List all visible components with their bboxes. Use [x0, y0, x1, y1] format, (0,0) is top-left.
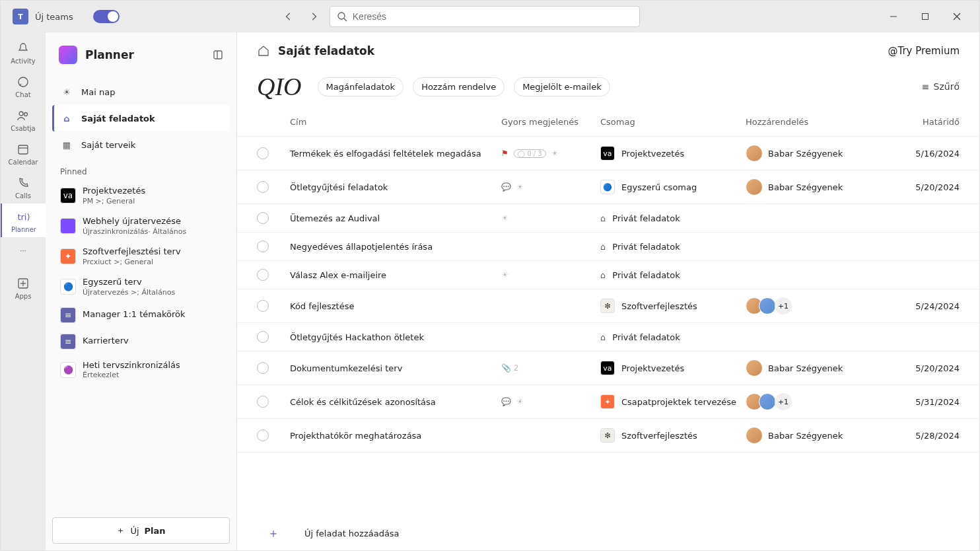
task-row[interactable]: Célok és célkitűzések azonosítása 💬☀ ✦Cs…: [237, 385, 979, 419]
task-assignees[interactable]: +1: [746, 393, 911, 410]
task-title: Ötletgyűjtési feladatok: [290, 182, 501, 192]
complete-checkbox[interactable]: [257, 212, 269, 224]
complete-checkbox[interactable]: [257, 396, 269, 408]
maximize-button[interactable]: [911, 6, 940, 27]
rail-calls[interactable]: Calls: [1, 170, 46, 203]
plan-title: Szoftverfejlesztési terv: [83, 246, 181, 258]
tab-private[interactable]: Magánfeladatok: [318, 77, 404, 96]
task-row[interactable]: Ütemezés az Audival ☀ ⌂Privát feladatok: [237, 204, 979, 233]
sun-icon: ☀: [516, 182, 524, 192]
planner-text-icon: tri): [16, 209, 32, 225]
task-title: Kód fejlesztése: [290, 301, 501, 311]
plan-icon: [60, 218, 76, 234]
task-package[interactable]: ❇Szoftverfejlesztés: [600, 299, 746, 313]
task-package[interactable]: ✦Csapatprojektek tervezése: [600, 394, 746, 409]
rail-more[interactable]: ···: [1, 237, 46, 262]
pinned-item[interactable]: ≡ Manager 1:1 témakörök: [52, 302, 230, 328]
complete-checkbox[interactable]: [257, 147, 269, 159]
rail-chat[interactable]: Chat: [1, 69, 46, 102]
task-rows: Termékek és elfogadási feltételek megadá…: [237, 137, 979, 516]
pinned-item[interactable]: Webhely újratervezéseÚjraszinkronizálás·…: [52, 211, 230, 241]
pinned-item[interactable]: va ProjektvezetésPM >; General: [52, 180, 230, 211]
complete-checkbox[interactable]: [257, 331, 269, 343]
complete-checkbox[interactable]: [257, 181, 269, 193]
close-button[interactable]: [942, 6, 971, 27]
nav-forward-button[interactable]: [303, 6, 324, 27]
minimize-button[interactable]: [879, 6, 908, 27]
plan-subtitle: PM >; General: [83, 197, 145, 205]
panel-title: Planner: [85, 48, 134, 61]
col-due[interactable]: Határidő: [911, 113, 960, 131]
task-row[interactable]: Ötletgyűjtés Hackathon ötletek ⌂Privát f…: [237, 323, 979, 351]
rail-planner[interactable]: tri)Planner: [1, 203, 46, 237]
rail-teams[interactable]: Csabtja: [1, 102, 46, 136]
rail-activity[interactable]: Activity: [1, 35, 46, 69]
task-package[interactable]: ⌂Privát feladatok: [600, 242, 746, 252]
task-package[interactable]: ⌂Privát feladatok: [600, 332, 746, 342]
task-assignees[interactable]: Babar Szégyenek: [746, 359, 911, 377]
task-row[interactable]: Ötletgyűjtési feladatok 💬☀ 🔵Egyszerű cso…: [237, 170, 979, 204]
col-assign[interactable]: Hozzárendelés: [746, 113, 911, 131]
task-due: 5/24/2024: [911, 301, 960, 311]
home-outline-icon: ⌂: [600, 332, 606, 342]
search-box[interactable]: [330, 6, 640, 27]
tab-flagged[interactable]: Megjelölt e-mailek: [514, 77, 610, 96]
task-package[interactable]: ⌂Privát feladatok: [600, 213, 746, 223]
pinned-item[interactable]: 🔵 Egyszerű tervÚjratervezés >; Általános: [52, 272, 230, 302]
task-row[interactable]: Válasz Alex e-mailjeire ☀ ⌂Privát felada…: [237, 261, 979, 289]
complete-checkbox[interactable]: [257, 362, 269, 374]
pinned-item[interactable]: 🟣 Heti tervszinkronizálásÉrtekezlet: [52, 355, 230, 385]
nav-back-button[interactable]: [278, 6, 299, 27]
teams-logo-icon: T: [13, 9, 28, 24]
complete-checkbox[interactable]: [257, 240, 269, 252]
new-plan-button[interactable]: ＋ Új Plan: [52, 517, 230, 544]
task-assignees[interactable]: Babar Szégyenek: [746, 178, 911, 196]
complete-checkbox[interactable]: [257, 269, 269, 281]
nav-my-plans[interactable]: ▦Saját terveik: [52, 131, 230, 158]
task-assignees[interactable]: Babar Szégyenek: [746, 145, 911, 162]
task-row[interactable]: Termékek és elfogadási feltételek megadá…: [237, 137, 979, 170]
tab-assigned[interactable]: Hozzám rendelve: [413, 77, 505, 96]
task-package[interactable]: ⌂Privát feladatok: [600, 270, 746, 280]
task-assignees[interactable]: +1: [746, 297, 911, 314]
task-package[interactable]: ❇Szoftverfejlesztés: [600, 428, 746, 443]
progress-badge: ◯ 0 / 3: [514, 149, 546, 158]
pinned-item[interactable]: ✦ Szoftverfejlesztési tervPrcxiuct >; Ge…: [52, 241, 230, 272]
complete-checkbox[interactable]: [257, 300, 269, 312]
task-package[interactable]: vaProjektvezetés: [600, 146, 746, 161]
avatar: [746, 145, 763, 162]
new-teams-toggle[interactable]: [93, 10, 120, 23]
task-title: Ütemezés az Audival: [290, 213, 501, 223]
col-package[interactable]: Csomag: [600, 113, 746, 131]
task-row[interactable]: Projekthatókör meghatározása ❇Szoftverfe…: [237, 419, 979, 453]
task-row[interactable]: Kód fejlesztése ❇Szoftverfejlesztés +1 5…: [237, 289, 979, 323]
nav-today[interactable]: ☀Mai nap: [52, 79, 230, 105]
plan-title: Heti tervszinkronizálás: [83, 360, 180, 371]
task-package[interactable]: 🔵Egyszerű csomag: [600, 180, 746, 194]
complete-checkbox[interactable]: [257, 429, 269, 441]
task-row[interactable]: Dokumentumkezelési terv 📎 2 vaProjektvez…: [237, 351, 979, 385]
popout-icon[interactable]: [213, 50, 223, 60]
grid-icon: ▦: [60, 138, 73, 151]
try-premium-link[interactable]: @Try Premium: [888, 45, 960, 57]
col-title[interactable]: Cím: [290, 113, 501, 131]
add-task-row[interactable]: ＋ Új feladat hozzáadása: [237, 516, 979, 550]
col-quick[interactable]: Gyors megjelenés: [501, 113, 600, 131]
plan-subtitle: Értekezlet: [83, 371, 180, 379]
task-assignees[interactable]: Babar Szégyenek: [746, 427, 911, 444]
chat-icon: [15, 74, 31, 90]
task-title: Célok és célkitűzések azonosítása: [290, 397, 501, 407]
filter-button[interactable]: ≡Szűrő: [922, 81, 960, 92]
task-due: 5/31/2024: [911, 397, 960, 407]
task-row[interactable]: Negyedéves állapotjelentés írása ⌂Privát…: [237, 233, 979, 261]
nav-my-tasks[interactable]: ⌂Saját feladatok: [52, 105, 230, 131]
rail-calendar[interactable]: Calendar: [1, 136, 46, 170]
search-input[interactable]: [353, 11, 633, 22]
svg-point-6: [24, 113, 28, 116]
pinned-item[interactable]: ≡ Karrierterv: [52, 328, 230, 355]
home-outline-icon: ⌂: [600, 270, 606, 280]
rail-apps[interactable]: Apps: [1, 270, 46, 304]
task-package[interactable]: vaProjektvezetés: [600, 361, 746, 375]
sun-icon: ☀: [501, 213, 508, 223]
plan-icon: 🟣: [60, 362, 76, 378]
